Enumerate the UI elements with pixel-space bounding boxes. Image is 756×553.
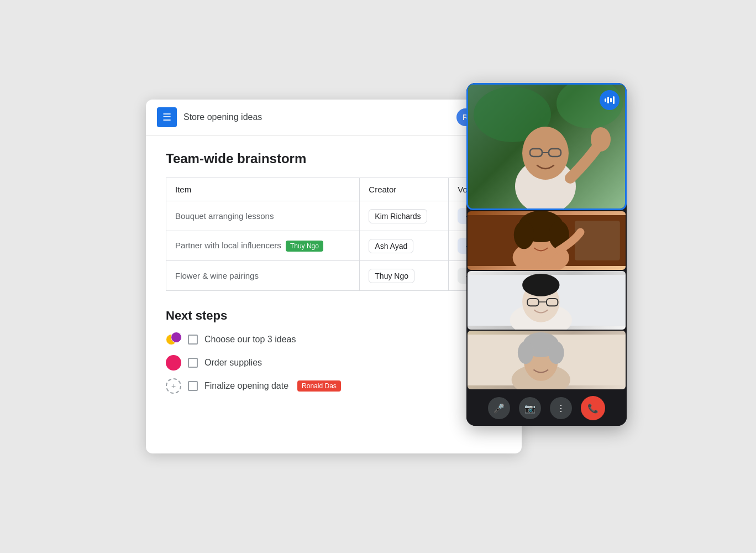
item-cell-1: Bouquet arranging lessons (166, 201, 360, 231)
doc-body: Team-wide brainstorm Item Creator Votes … (146, 135, 522, 453)
svg-point-20 (522, 274, 559, 296)
svg-point-29 (518, 341, 534, 364)
end-call-icon: 📞 (587, 403, 599, 414)
svg-point-14 (514, 221, 534, 249)
col-item: Item (166, 178, 360, 201)
item-cell-3: Flower & wine pairings (166, 261, 360, 291)
creator-badge-3: Thuy Ngo (369, 269, 414, 283)
video-call-panel: 🎤 📷 ⋮ 📞 (466, 83, 627, 426)
featured-video (466, 83, 627, 210)
tooltip-thuy-ngo: Thuy Ngo (286, 241, 323, 252)
checklist-item-3: + Finalize opening date Ronald Das (166, 378, 502, 394)
checklist-item-1: Choose our top 3 ideas (166, 332, 502, 347)
table-row: Flower & wine pairings Thuy Ngo + 0 (166, 261, 502, 291)
creator-cell-2: Ash Ayad (360, 231, 449, 261)
next-steps-title: Next steps (166, 309, 502, 323)
featured-video-bg (468, 85, 625, 208)
voice-bar (610, 98, 612, 102)
camera-button[interactable]: 📷 (519, 397, 541, 419)
video-thumbnails (466, 210, 627, 390)
docs-app-icon: ☰ (157, 107, 177, 127)
checklist-text-1: Choose our top 3 ideas (204, 335, 296, 345)
doc-title: Store opening ideas (183, 112, 262, 122)
add-person-icon[interactable]: + (166, 378, 181, 394)
avatar-person-3 (166, 355, 181, 371)
more-options-icon: ⋮ (556, 403, 565, 414)
microphone-button[interactable]: 🎤 (488, 397, 510, 419)
avatar-person-2 (171, 332, 182, 343)
end-call-button[interactable]: 📞 (581, 396, 605, 420)
voice-bar (613, 96, 615, 104)
more-options-button[interactable]: ⋮ (550, 397, 572, 419)
checklist-item-2: Order supplies (166, 355, 502, 371)
tooltip-ronald-das: Ronald Das (297, 380, 341, 392)
double-avatar (166, 332, 181, 347)
checkbox-2[interactable] (188, 358, 198, 368)
checklist-text-3: Finalize opening date (204, 381, 288, 391)
creator-cell-1: Kim Richards (360, 201, 449, 231)
checkbox-3[interactable] (188, 381, 198, 391)
voice-indicator (600, 90, 620, 110)
svg-rect-10 (575, 221, 620, 260)
table-row: Bouquet arranging lessons Kim Richards +… (166, 201, 502, 231)
thumbnail-video-3 (468, 331, 626, 389)
video-controls: 🎤 📷 ⋮ 📞 (466, 390, 627, 426)
doc-header: ☰ Store opening ideas R S L (146, 100, 522, 135)
svg-point-30 (548, 341, 564, 364)
thumbnail-video-1 (468, 211, 626, 270)
checklist-text-2: Order supplies (204, 358, 262, 368)
creator-cell-3: Thuy Ngo (360, 261, 449, 291)
camera-icon: 📷 (524, 403, 536, 414)
voice-bars (605, 96, 615, 104)
thumbnail-video-2 (468, 271, 626, 330)
table-row: Partner with local influencers Thuy Ngo … (166, 231, 502, 261)
voice-bar (605, 98, 606, 102)
brainstorm-table: Item Creator Votes Bouquet arranging les… (166, 178, 502, 291)
col-creator: Creator (360, 178, 449, 201)
voice-bar (607, 97, 609, 103)
checkbox-1[interactable] (188, 335, 198, 345)
document-panel: ☰ Store opening ideas R S L Team-wide br… (146, 100, 522, 453)
creator-badge-2: Ash Ayad (369, 239, 413, 253)
svg-point-7 (591, 127, 611, 152)
microphone-icon: 🎤 (494, 403, 505, 414)
brainstorm-section-title: Team-wide brainstorm (166, 151, 502, 166)
creator-badge-1: Kim Richards (369, 209, 427, 223)
item-cell-2: Partner with local influencers Thuy Ngo (166, 231, 360, 261)
